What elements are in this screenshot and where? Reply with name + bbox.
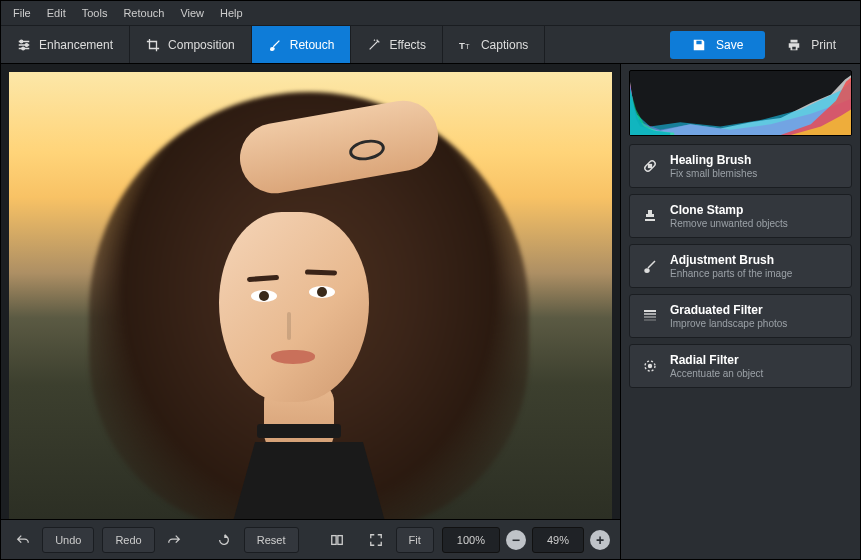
right-panel: Healing Brush Fix small blemishes Clone … (620, 64, 860, 559)
menu-edit[interactable]: Edit (39, 4, 74, 22)
canvas-decoration (309, 286, 335, 298)
tab-label: Enhancement (39, 38, 113, 52)
svg-rect-12 (644, 310, 656, 312)
tab-composition[interactable]: Composition (130, 26, 252, 63)
tool-text: Healing Brush Fix small blemishes (670, 153, 757, 179)
tool-desc: Enhance parts of the image (670, 268, 792, 279)
brush-icon (640, 256, 660, 276)
image-canvas[interactable] (9, 72, 612, 519)
fit-button[interactable]: Fit (396, 527, 434, 553)
retouch-tools-list: Healing Brush Fix small blemishes Clone … (621, 144, 860, 388)
main-toolbar: Enhancement Composition Retouch Effects (1, 26, 860, 64)
svg-text:T: T (465, 42, 470, 49)
tab-retouch[interactable]: Retouch (252, 26, 352, 63)
tool-healing-brush[interactable]: Healing Brush Fix small blemishes (629, 144, 852, 188)
print-label: Print (811, 38, 836, 52)
tab-effects[interactable]: Effects (351, 26, 442, 63)
tab-label: Effects (389, 38, 425, 52)
menu-bar: File Edit Tools Retouch View Help (1, 1, 860, 26)
svg-rect-15 (644, 319, 656, 321)
tool-radial-filter[interactable]: Radial Filter Accentuate an object (629, 344, 852, 388)
fit-icon-button[interactable] (364, 527, 387, 553)
menu-help[interactable]: Help (212, 4, 251, 22)
tool-title: Graduated Filter (670, 303, 787, 317)
zoom-current[interactable]: 49% (532, 527, 584, 553)
histogram[interactable] (629, 70, 852, 136)
tool-adjustment-brush[interactable]: Adjustment Brush Enhance parts of the im… (629, 244, 852, 288)
tool-text: Adjustment Brush Enhance parts of the im… (670, 253, 792, 279)
tool-clone-stamp[interactable]: Clone Stamp Remove unwanted objects (629, 194, 852, 238)
svg-rect-6 (338, 535, 342, 544)
crop-icon (146, 38, 160, 52)
svg-point-0 (20, 40, 23, 43)
save-icon (692, 38, 706, 52)
tool-desc: Improve landscape photos (670, 318, 787, 329)
tool-title: Radial Filter (670, 353, 763, 367)
sliders-icon (17, 38, 31, 52)
tab-captions[interactable]: TT Captions (443, 26, 545, 63)
svg-point-8 (648, 164, 649, 165)
print-button[interactable]: Print (773, 31, 850, 59)
tool-title: Healing Brush (670, 153, 757, 167)
reset-button[interactable]: Reset (244, 527, 299, 553)
zoom-out-button[interactable]: − (506, 530, 526, 550)
menu-view[interactable]: View (172, 4, 212, 22)
canvas-decoration (317, 287, 327, 297)
tool-text: Radial Filter Accentuate an object (670, 353, 763, 379)
tool-text: Graduated Filter Improve landscape photo… (670, 303, 787, 329)
toolbar-actions: Save Print (670, 26, 860, 63)
wand-icon (367, 38, 381, 52)
tool-graduated-filter[interactable]: Graduated Filter Improve landscape photo… (629, 294, 852, 338)
menu-tools[interactable]: Tools (74, 4, 116, 22)
redo-icon-button[interactable] (163, 527, 186, 553)
canvas-decoration (259, 291, 269, 301)
status-bar: Undo Redo Reset Fit (1, 519, 620, 559)
gradient-icon (640, 306, 660, 326)
svg-text:T: T (459, 39, 465, 50)
canvas-decoration (305, 269, 337, 275)
zoom-in-button[interactable]: + (590, 530, 610, 550)
stamp-icon (640, 206, 660, 226)
canvas-viewport (1, 64, 620, 519)
svg-rect-5 (332, 535, 336, 544)
undo-icon-button[interactable] (11, 527, 34, 553)
svg-point-1 (25, 43, 28, 46)
svg-point-2 (22, 47, 25, 50)
radial-icon (640, 356, 660, 376)
tab-enhancement[interactable]: Enhancement (1, 26, 130, 63)
tab-label: Captions (481, 38, 528, 52)
brush-icon (268, 38, 282, 52)
svg-point-17 (649, 365, 652, 368)
svg-point-9 (650, 166, 651, 167)
svg-rect-14 (644, 316, 656, 318)
tab-label: Composition (168, 38, 235, 52)
canvas-decoration (287, 312, 291, 340)
menu-file[interactable]: File (5, 4, 39, 22)
svg-rect-13 (644, 313, 656, 315)
canvas-decoration (257, 424, 341, 438)
print-icon (787, 38, 801, 52)
text-icon: TT (459, 38, 473, 52)
zoom-100-button[interactable]: 100% (442, 527, 500, 553)
undo-button[interactable]: Undo (42, 527, 94, 553)
svg-point-11 (648, 166, 649, 167)
bandage-icon (640, 156, 660, 176)
tool-tabs: Enhancement Composition Retouch Effects (1, 26, 545, 63)
save-button[interactable]: Save (670, 31, 765, 59)
main-area: Undo Redo Reset Fit (1, 64, 860, 559)
tool-text: Clone Stamp Remove unwanted objects (670, 203, 788, 229)
zoom-controls: 100% − 49% + (442, 527, 610, 553)
canvas-decoration (271, 350, 315, 364)
tool-title: Adjustment Brush (670, 253, 792, 267)
menu-retouch[interactable]: Retouch (115, 4, 172, 22)
histogram-graph (630, 71, 851, 135)
toolbar-spacer (545, 26, 670, 63)
tool-desc: Fix small blemishes (670, 168, 757, 179)
tool-desc: Accentuate an object (670, 368, 763, 379)
tool-title: Clone Stamp (670, 203, 788, 217)
redo-button[interactable]: Redo (102, 527, 154, 553)
save-label: Save (716, 38, 743, 52)
canvas-decoration (219, 212, 369, 402)
compare-button[interactable] (325, 527, 348, 553)
reset-icon-button[interactable] (213, 527, 236, 553)
